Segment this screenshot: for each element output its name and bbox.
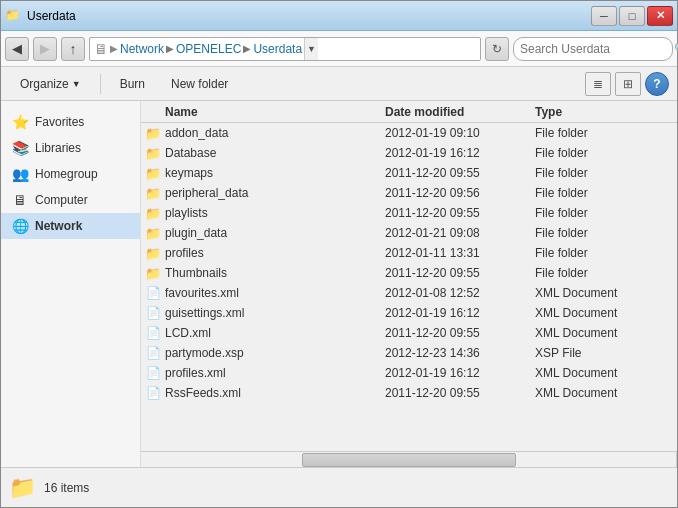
column-type[interactable]: Type [535, 105, 673, 119]
file-name: playlists [165, 206, 385, 220]
file-icon: 📁 [145, 125, 161, 141]
file-row[interactable]: 📄 LCD.xml 2011-12-20 09:55 XML Document [141, 323, 677, 343]
file-row[interactable]: 📁 plugin_data 2012-01-21 09:08 File fold… [141, 223, 677, 243]
title-bar-left: 📁 Userdata [5, 8, 76, 24]
file-name: addon_data [165, 126, 385, 140]
burn-button[interactable]: Burn [109, 71, 156, 97]
breadcrumb-userdata[interactable]: Userdata [253, 42, 302, 56]
hscroll-thumb[interactable] [302, 453, 516, 467]
file-icon: 📄 [145, 385, 161, 401]
file-name: plugin_data [165, 226, 385, 240]
file-type: XML Document [535, 386, 673, 400]
organize-button[interactable]: Organize ▼ [9, 71, 92, 97]
file-list-header: Name Date modified Type [141, 101, 677, 123]
search-box: 🔍 [513, 37, 673, 61]
forward-button[interactable]: ▶ [33, 37, 57, 61]
file-type: XML Document [535, 286, 673, 300]
sidebar-item-homegroup[interactable]: 👥 Homegroup [1, 161, 140, 187]
file-row[interactable]: 📁 keymaps 2011-12-20 09:55 File folder [141, 163, 677, 183]
file-row[interactable]: 📄 partymode.xsp 2012-12-23 14:36 XSP Fil… [141, 343, 677, 363]
maximize-button[interactable]: □ [619, 6, 645, 26]
search-input[interactable] [520, 42, 670, 56]
file-icon: 📁 [145, 185, 161, 201]
new-folder-button[interactable]: New folder [160, 71, 239, 97]
window-icon: 📁 [5, 8, 21, 24]
file-row[interactable]: 📁 Thumbnails 2011-12-20 09:55 File folde… [141, 263, 677, 283]
breadcrumb-sep-1: ▶ [166, 43, 174, 54]
file-type: XML Document [535, 306, 673, 320]
window-controls: ─ □ ✕ [591, 6, 673, 26]
close-button[interactable]: ✕ [647, 6, 673, 26]
file-row[interactable]: 📁 Database 2012-01-19 16:12 File folder [141, 143, 677, 163]
sidebar-item-computer[interactable]: 🖥 Computer [1, 187, 140, 213]
file-row[interactable]: 📄 favourites.xml 2012-01-08 12:52 XML Do… [141, 283, 677, 303]
file-name: LCD.xml [165, 326, 385, 340]
toolbar: Organize ▼ Burn New folder ≣ ⊞ ? [1, 67, 677, 101]
file-date: 2012-01-19 16:12 [385, 306, 535, 320]
file-list-container: Name Date modified Type 📁 addon_data 201… [141, 101, 677, 467]
file-name: Thumbnails [165, 266, 385, 280]
minimize-button[interactable]: ─ [591, 6, 617, 26]
file-icon: 📄 [145, 285, 161, 301]
breadcrumb-sep-2: ▶ [243, 43, 251, 54]
file-icon: 📄 [145, 345, 161, 361]
up-button[interactable]: ↑ [61, 37, 85, 61]
file-row[interactable]: 📁 profiles 2012-01-11 13:31 File folder [141, 243, 677, 263]
file-row[interactable]: 📄 RssFeeds.xml 2011-12-20 09:55 XML Docu… [141, 383, 677, 403]
status-bar: 📁 16 items [1, 467, 677, 507]
file-date: 2012-12-23 14:36 [385, 346, 535, 360]
file-date: 2012-01-19 16:12 [385, 366, 535, 380]
file-row[interactable]: 📁 peripheral_data 2011-12-20 09:56 File … [141, 183, 677, 203]
toolbar-separator-1 [100, 74, 101, 94]
refresh-button[interactable]: ↻ [485, 37, 509, 61]
column-name[interactable]: Name [145, 105, 385, 119]
file-row[interactable]: 📄 guisettings.xml 2012-01-19 16:12 XML D… [141, 303, 677, 323]
sidebar-item-libraries[interactable]: 📚 Libraries [1, 135, 140, 161]
horizontal-scrollbar[interactable] [141, 451, 677, 467]
file-date: 2011-12-20 09:55 [385, 206, 535, 220]
breadcrumb-network[interactable]: Network [120, 42, 164, 56]
title-bar: 📁 Userdata ─ □ ✕ [1, 1, 677, 31]
status-folder-icon: 📁 [9, 475, 36, 501]
file-icon: 📁 [145, 245, 161, 261]
file-name: guisettings.xml [165, 306, 385, 320]
sidebar-item-favorites[interactable]: ⭐ Favorites [1, 109, 140, 135]
file-name: keymaps [165, 166, 385, 180]
file-type: XSP File [535, 346, 673, 360]
file-date: 2012-01-08 12:52 [385, 286, 535, 300]
file-date: 2011-12-20 09:55 [385, 266, 535, 280]
network-icon: 🌐 [11, 218, 29, 234]
file-date: 2012-01-11 13:31 [385, 246, 535, 260]
file-name: RssFeeds.xml [165, 386, 385, 400]
column-date[interactable]: Date modified [385, 105, 535, 119]
file-row[interactable]: 📁 addon_data 2012-01-19 09:10 File folde… [141, 123, 677, 143]
homegroup-icon: 👥 [11, 166, 29, 182]
search-icon[interactable]: 🔍 [674, 42, 678, 56]
file-list-scroll[interactable]: 📁 addon_data 2012-01-19 09:10 File folde… [141, 123, 677, 451]
file-date: 2011-12-20 09:55 [385, 166, 535, 180]
back-button[interactable]: ◀ [5, 37, 29, 61]
file-type: File folder [535, 166, 673, 180]
breadcrumb-dropdown[interactable]: ▼ [304, 38, 318, 60]
file-type: File folder [535, 226, 673, 240]
file-date: 2012-01-19 09:10 [385, 126, 535, 140]
file-type: File folder [535, 126, 673, 140]
window-title: Userdata [27, 9, 76, 23]
file-row[interactable]: 📁 playlists 2011-12-20 09:55 File folder [141, 203, 677, 223]
file-row[interactable]: 📄 profiles.xml 2012-01-19 16:12 XML Docu… [141, 363, 677, 383]
file-icon: 📁 [145, 145, 161, 161]
file-date: 2011-12-20 09:56 [385, 186, 535, 200]
file-type: XML Document [535, 326, 673, 340]
hscroll-track [141, 452, 677, 468]
breadcrumb-openelec[interactable]: OPENELEC [176, 42, 241, 56]
help-button[interactable]: ? [645, 72, 669, 96]
file-icon: 📁 [145, 225, 161, 241]
sidebar-item-network[interactable]: 🌐 Network [1, 213, 140, 239]
view-details-button[interactable]: ≣ [585, 72, 611, 96]
status-item-count: 16 items [44, 481, 89, 495]
file-name: Database [165, 146, 385, 160]
library-icon: 📚 [11, 140, 29, 156]
star-icon: ⭐ [11, 114, 29, 130]
view-tiles-button[interactable]: ⊞ [615, 72, 641, 96]
file-date: 2011-12-20 09:55 [385, 386, 535, 400]
